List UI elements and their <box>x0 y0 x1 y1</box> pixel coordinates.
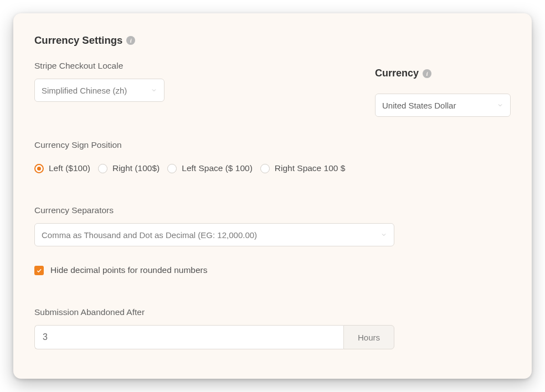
hide-decimals-label: Hide decimal points for rounded numbers <box>50 265 207 275</box>
stripe-locale-select[interactable]: Simplified Chinese (zh) <box>34 79 164 102</box>
separators-label: Currency Separators <box>34 205 511 215</box>
radio-icon <box>98 164 107 173</box>
sign-position-left-space[interactable]: Left Space ($ 100) <box>167 163 253 173</box>
currency-settings-title: Currency Settings i <box>34 34 353 47</box>
sign-position-label: Currency Sign Position <box>34 140 511 150</box>
radio-icon <box>34 164 44 173</box>
abandoned-label: Submission Abandoned After <box>34 307 511 317</box>
radio-icon <box>167 164 177 173</box>
locale-label: Stripe Checkout Locale <box>34 61 353 71</box>
sign-position-radios: Left ($100) Right (100$) Left Space ($ 1… <box>34 163 511 173</box>
sign-position-option-label: Left ($100) <box>49 163 90 173</box>
radio-icon <box>260 164 270 173</box>
currency-select[interactable]: United States Dollar <box>375 94 511 117</box>
abandoned-value-input[interactable]: 3 <box>34 325 343 349</box>
sign-position-right-space[interactable]: Right Space 100 $ <box>260 163 346 173</box>
sign-position-option-label: Right (100$) <box>112 163 160 173</box>
currency-selected: United States Dollar <box>382 101 456 110</box>
sign-position-left[interactable]: Left ($100) <box>34 163 90 173</box>
stripe-locale-selected: Simplified Chinese (zh) <box>42 86 127 95</box>
sign-position-option-label: Left Space ($ 100) <box>182 163 253 173</box>
separators-select[interactable]: Comma as Thousand and Dot as Decimal (EG… <box>34 223 394 246</box>
chevron-down-icon <box>497 102 503 109</box>
settings-card: Currency Settings i Stripe Checkout Loca… <box>13 13 532 379</box>
info-icon[interactable]: i <box>423 69 431 78</box>
abandoned-input-group: 3 Hours <box>34 325 394 349</box>
chevron-down-icon <box>151 87 157 94</box>
hide-decimals-checkbox[interactable] <box>34 266 44 275</box>
currency-title: Currency i <box>375 68 511 79</box>
currency-settings-title-text: Currency Settings <box>34 34 122 47</box>
info-icon[interactable]: i <box>126 36 135 45</box>
sign-position-option-label: Right Space 100 $ <box>275 163 346 173</box>
abandoned-value: 3 <box>43 332 48 342</box>
sign-position-right[interactable]: Right (100$) <box>98 163 160 173</box>
separators-selected: Comma as Thousand and Dot as Decimal (EG… <box>42 230 257 240</box>
chevron-down-icon <box>381 231 387 238</box>
abandoned-unit: Hours <box>343 325 394 349</box>
currency-title-text: Currency <box>375 68 419 79</box>
